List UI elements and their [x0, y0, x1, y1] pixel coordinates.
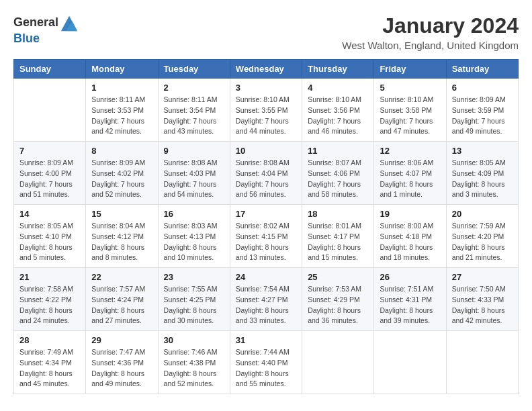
day-detail: Sunrise: 8:09 AMSunset: 4:00 PMDaylight:…	[19, 158, 80, 200]
calendar-cell	[302, 331, 374, 394]
day-detail: Sunrise: 7:58 AMSunset: 4:22 PMDaylight:…	[19, 284, 80, 326]
calendar-cell: 30Sunrise: 7:46 AMSunset: 4:38 PMDayligh…	[158, 331, 230, 394]
day-detail: Sunrise: 7:44 AMSunset: 4:40 PMDaylight:…	[236, 347, 296, 390]
header-day: Thursday	[302, 60, 374, 79]
day-number: 29	[91, 335, 152, 345]
day-detail: Sunrise: 8:10 AMSunset: 3:58 PMDaylight:…	[380, 95, 440, 137]
calendar-cell: 9Sunrise: 8:08 AMSunset: 4:03 PMDaylight…	[158, 142, 230, 205]
calendar-cell: 7Sunrise: 8:09 AMSunset: 4:00 PMDaylight…	[14, 142, 86, 205]
calendar-cell: 18Sunrise: 8:01 AMSunset: 4:17 PMDayligh…	[302, 205, 374, 268]
day-detail: Sunrise: 7:51 AMSunset: 4:31 PMDaylight:…	[380, 284, 440, 326]
calendar-cell: 14Sunrise: 8:05 AMSunset: 4:10 PMDayligh…	[14, 205, 86, 268]
calendar-cell: 23Sunrise: 7:55 AMSunset: 4:25 PMDayligh…	[158, 268, 230, 331]
calendar-cell: 21Sunrise: 7:58 AMSunset: 4:22 PMDayligh…	[14, 268, 86, 331]
day-detail: Sunrise: 8:02 AMSunset: 4:15 PMDaylight:…	[236, 221, 296, 263]
day-number: 15	[91, 209, 152, 219]
calendar-cell: 28Sunrise: 7:49 AMSunset: 4:34 PMDayligh…	[14, 331, 86, 394]
header-day: Wednesday	[230, 60, 302, 79]
main-title: January 2024	[342, 13, 519, 38]
day-detail: Sunrise: 8:09 AMSunset: 4:02 PMDaylight:…	[91, 158, 152, 200]
day-detail: Sunrise: 8:11 AMSunset: 3:54 PMDaylight:…	[164, 95, 224, 137]
day-detail: Sunrise: 8:00 AMSunset: 4:18 PMDaylight:…	[380, 221, 440, 263]
day-number: 28	[19, 335, 80, 345]
calendar-cell: 4Sunrise: 8:10 AMSunset: 3:56 PMDaylight…	[302, 79, 374, 142]
day-detail: Sunrise: 8:11 AMSunset: 3:53 PMDaylight:…	[91, 95, 152, 137]
day-number: 21	[19, 272, 80, 282]
day-number: 22	[91, 272, 152, 282]
calendar-cell: 29Sunrise: 7:47 AMSunset: 4:36 PMDayligh…	[86, 331, 158, 394]
calendar-cell: 2Sunrise: 8:11 AMSunset: 3:54 PMDaylight…	[158, 79, 230, 142]
calendar-cell: 6Sunrise: 8:09 AMSunset: 3:59 PMDaylight…	[446, 79, 518, 142]
day-detail: Sunrise: 8:01 AMSunset: 4:17 PMDaylight:…	[308, 221, 368, 263]
day-number: 16	[164, 209, 224, 219]
day-number: 26	[380, 272, 440, 282]
calendar-cell: 12Sunrise: 8:06 AMSunset: 4:07 PMDayligh…	[374, 142, 446, 205]
header-day: Friday	[374, 60, 446, 79]
header-day: Monday	[86, 60, 158, 79]
header-day: Saturday	[446, 60, 518, 79]
day-number: 3	[236, 83, 296, 93]
calendar-cell: 19Sunrise: 8:00 AMSunset: 4:18 PMDayligh…	[374, 205, 446, 268]
calendar-cell	[446, 331, 518, 394]
day-number: 7	[19, 146, 80, 156]
day-number: 31	[236, 335, 296, 345]
calendar-cell	[374, 331, 446, 394]
logo-icon	[60, 13, 79, 32]
day-number: 1	[91, 83, 152, 93]
day-number: 24	[236, 272, 296, 282]
day-detail: Sunrise: 8:06 AMSunset: 4:07 PMDaylight:…	[380, 158, 440, 200]
calendar-cell: 1Sunrise: 8:11 AMSunset: 3:53 PMDaylight…	[86, 79, 158, 142]
day-number: 12	[380, 146, 440, 156]
calendar-cell: 25Sunrise: 7:53 AMSunset: 4:29 PMDayligh…	[302, 268, 374, 331]
day-detail: Sunrise: 7:54 AMSunset: 4:27 PMDaylight:…	[236, 284, 296, 326]
calendar-cell: 20Sunrise: 7:59 AMSunset: 4:20 PMDayligh…	[446, 205, 518, 268]
logo-blue: Blue	[13, 32, 40, 45]
calendar-cell: 24Sunrise: 7:54 AMSunset: 4:27 PMDayligh…	[230, 268, 302, 331]
day-number: 4	[308, 83, 368, 93]
header: General Blue January 2024 West Walton, E…	[13, 13, 519, 51]
day-number: 19	[380, 209, 440, 219]
calendar-cell: 11Sunrise: 8:07 AMSunset: 4:06 PMDayligh…	[302, 142, 374, 205]
day-number: 18	[308, 209, 368, 219]
day-detail: Sunrise: 8:10 AMSunset: 3:55 PMDaylight:…	[236, 95, 296, 137]
day-number: 9	[164, 146, 224, 156]
calendar-cell: 15Sunrise: 8:04 AMSunset: 4:12 PMDayligh…	[86, 205, 158, 268]
day-number: 30	[164, 335, 224, 345]
day-number: 10	[236, 146, 296, 156]
day-detail: Sunrise: 7:50 AMSunset: 4:33 PMDaylight:…	[452, 284, 513, 326]
header-day: Tuesday	[158, 60, 230, 79]
calendar-week-row: 21Sunrise: 7:58 AMSunset: 4:22 PMDayligh…	[14, 268, 519, 331]
day-number: 27	[452, 272, 513, 282]
day-number: 14	[19, 209, 80, 219]
logo-text: General Blue	[13, 13, 79, 46]
calendar-week-row: 28Sunrise: 7:49 AMSunset: 4:34 PMDayligh…	[14, 331, 519, 394]
day-detail: Sunrise: 8:05 AMSunset: 4:09 PMDaylight:…	[452, 158, 513, 200]
calendar-cell: 27Sunrise: 7:50 AMSunset: 4:33 PMDayligh…	[446, 268, 518, 331]
calendar-week-row: 1Sunrise: 8:11 AMSunset: 3:53 PMDaylight…	[14, 79, 519, 142]
day-detail: Sunrise: 7:59 AMSunset: 4:20 PMDaylight:…	[452, 221, 513, 263]
day-number: 2	[164, 83, 224, 93]
day-detail: Sunrise: 8:08 AMSunset: 4:03 PMDaylight:…	[164, 158, 224, 200]
day-detail: Sunrise: 8:08 AMSunset: 4:04 PMDaylight:…	[236, 158, 296, 200]
day-number: 20	[452, 209, 513, 219]
day-detail: Sunrise: 8:07 AMSunset: 4:06 PMDaylight:…	[308, 158, 368, 200]
calendar-table: SundayMondayTuesdayWednesdayThursdayFrid…	[13, 59, 519, 394]
day-detail: Sunrise: 7:53 AMSunset: 4:29 PMDaylight:…	[308, 284, 368, 326]
logo: General Blue	[13, 13, 79, 46]
day-number: 11	[308, 146, 368, 156]
calendar-cell: 10Sunrise: 8:08 AMSunset: 4:04 PMDayligh…	[230, 142, 302, 205]
calendar-cell: 31Sunrise: 7:44 AMSunset: 4:40 PMDayligh…	[230, 331, 302, 394]
day-detail: Sunrise: 7:47 AMSunset: 4:36 PMDaylight:…	[91, 347, 152, 390]
day-detail: Sunrise: 7:46 AMSunset: 4:38 PMDaylight:…	[164, 347, 224, 390]
header-row: SundayMondayTuesdayWednesdayThursdayFrid…	[14, 60, 519, 79]
calendar-cell: 16Sunrise: 8:03 AMSunset: 4:13 PMDayligh…	[158, 205, 230, 268]
day-number: 17	[236, 209, 296, 219]
subtitle: West Walton, England, United Kingdom	[342, 40, 519, 51]
day-number: 23	[164, 272, 224, 282]
day-number: 13	[452, 146, 513, 156]
day-number: 6	[452, 83, 513, 93]
day-detail: Sunrise: 8:05 AMSunset: 4:10 PMDaylight:…	[19, 221, 80, 263]
day-detail: Sunrise: 8:09 AMSunset: 3:59 PMDaylight:…	[452, 95, 513, 137]
calendar-cell: 22Sunrise: 7:57 AMSunset: 4:24 PMDayligh…	[86, 268, 158, 331]
day-detail: Sunrise: 8:10 AMSunset: 3:56 PMDaylight:…	[308, 95, 368, 137]
